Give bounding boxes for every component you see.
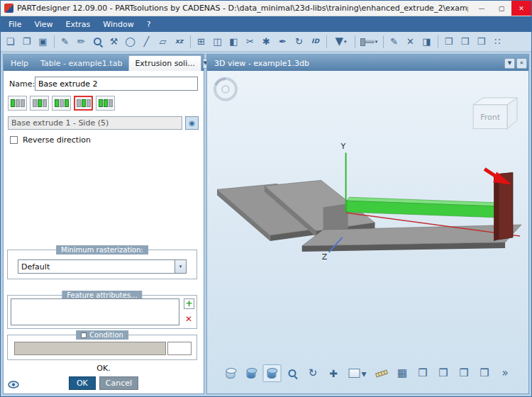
- direction-dropdown-button[interactable]: ▼▾: [330, 33, 352, 50]
- tab-3d-view[interactable]: 3D view - example1.3db: [209, 55, 315, 71]
- name-input[interactable]: [35, 77, 198, 91]
- extrude-glyph-block: [33, 99, 37, 107]
- menu-window[interactable]: Window: [96, 16, 140, 32]
- extrude-glyph-block: [55, 99, 59, 107]
- minimize-button[interactable]: —: [472, 1, 492, 16]
- extrude-mode-5-button[interactable]: [96, 96, 115, 111]
- attribute-window-button[interactable]: ◧: [226, 33, 242, 50]
- menu-help[interactable]: ?: [140, 16, 157, 32]
- reverse-direction-checkbox[interactable]: [10, 136, 18, 144]
- dots-grid-icon: ∷: [494, 37, 500, 46]
- view3d-close-button[interactable]: ✕: [516, 58, 527, 69]
- tab-table-example1[interactable]: Table - example1.tab: [35, 55, 128, 71]
- rotate-tool-button[interactable]: ↻: [292, 33, 307, 50]
- tools-button[interactable]: ⚒: [106, 33, 122, 50]
- extrude-glyph-block: [82, 99, 86, 107]
- box-orange-button[interactable]: ❒: [414, 364, 432, 382]
- close-button[interactable]: ✕: [511, 1, 531, 16]
- extrude-mode-4-button[interactable]: [74, 96, 93, 111]
- tab-help[interactable]: Help: [5, 55, 34, 71]
- cylinder-blue-icon: [247, 369, 256, 379]
- cylinder-view-2-button[interactable]: [242, 364, 260, 382]
- cylinder-view-3-button[interactable]: [262, 364, 281, 382]
- sketch-plane-button[interactable]: ▱: [155, 33, 171, 50]
- wireframe-view-button[interactable]: ❒: [474, 33, 489, 50]
- view-cube[interactable]: Front: [473, 98, 517, 129]
- menu-view[interactable]: View: [28, 16, 59, 32]
- mesh-view-button[interactable]: ▦: [393, 364, 411, 382]
- view-toolbar: ↻ ✚ ▾ ▦ ❒ ❒ ❒ ❒: [221, 364, 514, 382]
- box-blue-button[interactable]: ❒: [434, 364, 453, 382]
- window-icon: ◫: [213, 37, 221, 46]
- zoom-view-button[interactable]: [283, 364, 301, 382]
- chevrons-icon: »: [501, 368, 508, 379]
- tab-extrusion-solid[interactable]: Extrusion soli...: [128, 55, 201, 71]
- condition-value-field[interactable]: [167, 342, 192, 355]
- view-cube-label: Front: [480, 113, 500, 122]
- extrude-mode-1-button[interactable]: [8, 96, 27, 111]
- measure-button[interactable]: [372, 364, 391, 382]
- sketch-line-button[interactable]: ╱: [139, 33, 155, 50]
- maximize-button[interactable]: ▢: [492, 1, 511, 16]
- solid-view-button[interactable]: ❒: [441, 33, 457, 50]
- view3d-menu-button[interactable]: ▼: [504, 58, 515, 69]
- 3d-viewport[interactable]: Front: [207, 71, 528, 393]
- add-attribute-button[interactable]: +: [184, 298, 194, 309]
- more-views-button[interactable]: »: [496, 364, 514, 382]
- hammer-icon: ⚒: [110, 37, 118, 46]
- extrude-glyph-block: [16, 99, 20, 107]
- save-button[interactable]: ▣: [35, 33, 51, 50]
- cylinder-view-1-button[interactable]: [221, 364, 240, 382]
- input-mode-button[interactable]: ▾: [345, 364, 370, 382]
- remove-attribute-button[interactable]: ✕: [184, 314, 194, 324]
- grid-points-button[interactable]: ∷: [490, 33, 506, 50]
- open-project-button[interactable]: ❐: [19, 33, 35, 50]
- toolbar-separator: [54, 35, 55, 48]
- plane-xz-button[interactable]: xz: [172, 33, 187, 50]
- dimension-window-button[interactable]: ◫: [210, 33, 226, 50]
- menu-file[interactable]: File: [2, 16, 28, 32]
- extrude-glyph-block: [109, 99, 113, 107]
- min-rasterization-value: Default: [18, 260, 174, 273]
- table-editor-button[interactable]: ⊞: [194, 33, 209, 50]
- section-view-button[interactable]: ❒: [455, 364, 473, 382]
- delete-feature-button[interactable]: ✕: [403, 33, 419, 50]
- 3d-model-canvas: Front: [207, 71, 528, 393]
- box-blue-icon: ❒: [438, 368, 448, 379]
- extrude-glyph-block: [38, 99, 42, 107]
- preview-eye-icon[interactable]: [8, 381, 19, 388]
- open-folder-icon: ❐: [23, 37, 31, 46]
- pan-view-button[interactable]: ✚: [324, 364, 343, 382]
- edit-sketch-button[interactable]: ✎: [57, 33, 73, 50]
- shaded-view-button[interactable]: ❒: [458, 33, 473, 50]
- thread-tool-button[interactable]: ▾: [358, 33, 380, 50]
- pick-reference-button[interactable]: ◉: [185, 116, 199, 130]
- ok-button[interactable]: OK: [69, 376, 96, 390]
- extrude-mode-2-button[interactable]: [30, 96, 49, 111]
- cut-tool-button[interactable]: ✂: [243, 33, 258, 50]
- id-tool-button[interactable]: ID: [308, 33, 323, 50]
- new-document-button[interactable]: ❏: [3, 33, 18, 50]
- menu-extras[interactable]: Extras: [60, 16, 97, 32]
- edit-feature-button[interactable]: ✎: [387, 33, 402, 50]
- extrude-mode-3-button[interactable]: [52, 96, 71, 111]
- sketch-circle-button[interactable]: ◯: [123, 33, 138, 50]
- chevron-down-icon[interactable]: ▾: [174, 260, 186, 273]
- feature-attributes-input[interactable]: [11, 298, 179, 325]
- annotation-button[interactable]: ✱: [259, 33, 275, 50]
- new-document-icon: ❏: [6, 37, 15, 46]
- min-rasterization-combobox[interactable]: Default ▾: [18, 259, 187, 274]
- cube-blue-icon: ❒: [461, 37, 470, 46]
- zoom-selection-button[interactable]: [90, 33, 106, 50]
- edit-variables-button[interactable]: ✏: [74, 33, 89, 50]
- orbit-view-button[interactable]: ↻: [304, 364, 322, 382]
- confirm-window-button[interactable]: ◨: [419, 33, 435, 50]
- cancel-button[interactable]: Cancel: [99, 376, 138, 390]
- condition-checkbox[interactable]: [81, 332, 87, 338]
- iso-view-button[interactable]: ❒: [475, 364, 494, 382]
- pin-tool-button[interactable]: ✒: [275, 33, 291, 50]
- cube-icon-2: ❒: [480, 368, 489, 379]
- mesh-icon: ▦: [397, 368, 407, 379]
- tab-spacer: [315, 55, 503, 71]
- toolbar-separator: [438, 35, 438, 48]
